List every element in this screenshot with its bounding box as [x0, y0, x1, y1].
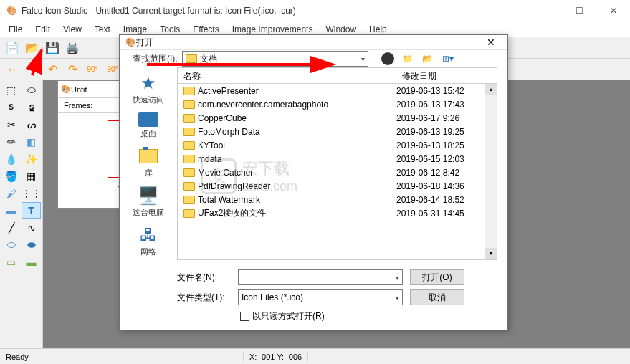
star-icon: ★	[137, 73, 160, 93]
line-icon[interactable]: ╱	[1, 219, 21, 236]
file-row[interactable]: FotoMorph Data2019-06-13 19:25	[178, 125, 497, 138]
dialog-close-button[interactable]: ✕	[480, 37, 502, 48]
flip-v-button[interactable]: ↕	[23, 60, 42, 79]
select-text2-icon[interactable]: S̲	[22, 99, 41, 115]
file-row[interactable]: UFax2接收的文件2019-05-31 14:45	[178, 206, 497, 220]
rotate-90-button[interactable]: 90°	[83, 60, 102, 79]
menu-file[interactable]: File	[3, 23, 28, 36]
crop-icon[interactable]: ✂	[1, 116, 21, 133]
lasso-icon[interactable]: ᔕ	[22, 116, 41, 133]
open-button[interactable]: 打开(O)	[410, 269, 464, 285]
rotate-left-button[interactable]: ↶	[43, 60, 62, 79]
new-folder-button[interactable]: 📂	[421, 52, 434, 65]
place-pc[interactable]: 🖥️ 这台电脑	[123, 183, 173, 221]
chevron-down-icon[interactable]: ▾	[396, 294, 399, 302]
network-icon: 🖧	[137, 225, 160, 245]
file-row[interactable]: mdata2019-06-15 12:03	[178, 152, 497, 166]
file-row[interactable]: Movie Catcher2019-06-12 8:42	[178, 166, 497, 179]
select-ellipse-icon[interactable]: ⬭	[22, 82, 41, 98]
header-date[interactable]: 修改日期	[396, 68, 497, 83]
gradient-icon[interactable]: ▦	[22, 168, 41, 184]
folder-icon	[183, 141, 195, 150]
text-tool-icon[interactable]: T	[22, 202, 41, 219]
dialog-title: 打开	[136, 37, 480, 49]
filetype-combo[interactable]: Icon Files (*.ico) ▾	[238, 289, 403, 305]
lookin-value: 文档	[200, 53, 217, 65]
ellipse-tool-icon[interactable]: ⬭	[1, 236, 21, 253]
menu-view[interactable]: View	[57, 23, 87, 36]
file-list[interactable]: ActivePresenter2019-06-13 15:42com.never…	[178, 84, 497, 259]
eraser-icon[interactable]: ◧	[22, 133, 41, 150]
chevron-down-icon[interactable]: ▾	[361, 55, 365, 63]
file-row[interactable]: CopperCube2019-06-17 9:26	[178, 111, 497, 125]
new-button[interactable]: 📄	[3, 39, 22, 57]
desktop-icon	[138, 112, 158, 127]
file-date: 2019-06-13 18:25	[396, 140, 497, 150]
pencil-icon[interactable]: ✏	[1, 133, 21, 150]
file-name: Movie Catcher	[198, 168, 396, 178]
scrollbar[interactable]: ▴ ▾	[485, 84, 497, 259]
up-button[interactable]: 📁	[401, 52, 414, 65]
place-network[interactable]: 🖧 网络	[123, 222, 173, 260]
status-ready: Ready	[0, 353, 244, 361]
place-library[interactable]: 库	[123, 143, 173, 181]
filename-input[interactable]: ▾	[238, 269, 403, 285]
file-row[interactable]: com.nevercenter.camerabagphoto2019-06-13…	[178, 97, 497, 111]
scroll-down-button[interactable]: ▾	[485, 248, 497, 259]
lookin-combo[interactable]: 文档 ▾	[182, 51, 368, 67]
fill-icon[interactable]: 🪣	[1, 168, 21, 184]
menu-edit[interactable]: Edit	[29, 23, 56, 36]
rotate-right-button[interactable]: ↷	[63, 60, 82, 79]
doc-icon: 🎨	[61, 85, 71, 94]
print-button[interactable]: 🖨️	[63, 39, 82, 57]
place-quick-access[interactable]: ★ 快速访问	[123, 70, 173, 108]
folder-icon	[183, 182, 195, 191]
menu-text[interactable]: Text	[89, 23, 116, 36]
filename-label: 文件名(N):	[177, 272, 231, 284]
curve-icon[interactable]: ∿	[22, 219, 41, 236]
chevron-down-icon[interactable]: ▾	[396, 274, 399, 282]
shape-rect-icon[interactable]: ▬	[1, 202, 21, 219]
save-button[interactable]: 💾	[43, 39, 62, 57]
toolbox: ⬚⬭ SS̲ ✂ᔕ ✏◧ 💧✨ 🪣▦ 🖌⋮⋮ ▬T ╱∿ ⬭⬬ ▭▬	[0, 80, 43, 348]
minimize-button[interactable]: —	[534, 6, 555, 16]
rect-fill-icon[interactable]: ▬	[22, 254, 41, 270]
select-text-icon[interactable]: S	[1, 99, 21, 115]
brush-icon[interactable]: 🖌	[1, 185, 21, 201]
view-menu-button[interactable]: ⊞▾	[442, 52, 454, 65]
file-date: 2019-06-18 14:36	[396, 181, 497, 191]
file-date: 2019-06-13 17:43	[396, 100, 497, 110]
select-rect-icon[interactable]: ⬚	[1, 82, 21, 98]
spray-icon[interactable]: ⋮⋮	[22, 185, 41, 201]
file-row[interactable]: ActivePresenter2019-06-13 15:42	[178, 84, 497, 97]
file-date: 2019-06-17 9:26	[396, 113, 497, 123]
dialog-titlebar[interactable]: 🎨 打开 ✕	[120, 35, 507, 50]
file-row[interactable]: Total Watermark2019-06-14 18:52	[178, 193, 497, 206]
open-dialog: 🎨 打开 ✕ 查找范围(I): 文档 ▾ ← 📁 📂 ⊞▾ ★ 快速访问 桌面	[119, 34, 508, 330]
back-button[interactable]: ←	[381, 52, 394, 65]
scroll-up-button[interactable]: ▴	[485, 84, 497, 95]
file-name: FotoMorph Data	[198, 127, 396, 137]
file-name: com.nevercenter.camerabagphoto	[198, 100, 396, 110]
folder-icon	[183, 155, 195, 163]
file-list-area: 名称 修改日期 ActivePresenter2019-06-13 15:42c…	[177, 67, 497, 260]
dialog-icon: 🎨	[125, 37, 136, 47]
file-date: 2019-06-12 8:42	[396, 168, 497, 178]
rect-tool-icon[interactable]: ▭	[1, 254, 21, 270]
eyedropper-icon[interactable]: 💧	[1, 150, 21, 167]
places-bar: ★ 快速访问 桌面 库 🖥️ 这台电脑 🖧 网络	[120, 67, 177, 263]
ellipse-fill-icon[interactable]: ⬬	[22, 236, 41, 253]
file-row[interactable]: PdfDrawingReader2019-06-18 14:36	[178, 179, 497, 193]
cancel-button[interactable]: 取消	[410, 289, 464, 305]
header-name[interactable]: 名称	[178, 68, 396, 83]
file-date: 2019-06-13 15:42	[396, 86, 497, 96]
place-desktop[interactable]: 桌面	[123, 110, 173, 142]
wand-icon[interactable]: ✨	[22, 150, 41, 167]
maximize-button[interactable]: ☐	[568, 6, 590, 16]
flip-h-button[interactable]: ↔	[3, 60, 22, 79]
window-title: Falco Icon Studio - Untitled1 Current ta…	[22, 6, 534, 16]
close-button[interactable]: ✕	[603, 6, 624, 16]
open-button[interactable]: 📂	[23, 39, 42, 57]
readonly-checkbox[interactable]	[240, 312, 249, 321]
file-row[interactable]: KYTool2019-06-13 18:25	[178, 138, 497, 152]
